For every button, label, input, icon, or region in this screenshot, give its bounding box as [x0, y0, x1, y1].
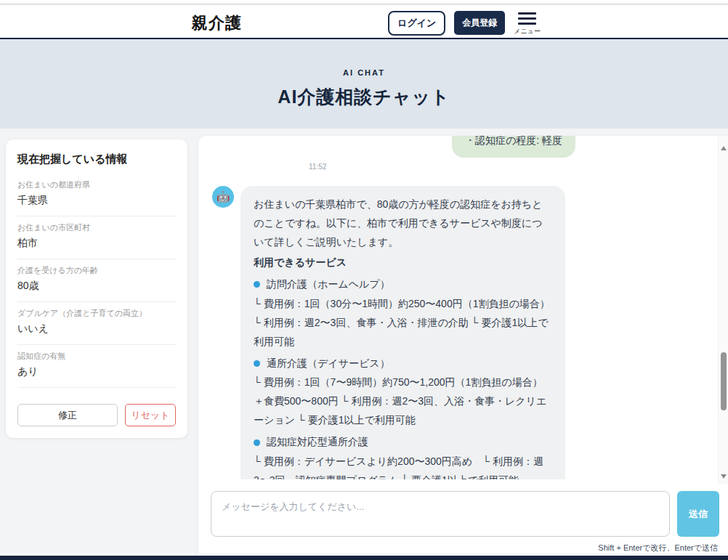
info-item-prefecture: お住まいの都道府県 千葉県	[17, 174, 176, 216]
header-actions: ログイン 会員登録 メニュー	[388, 11, 541, 36]
scrollbar-thumb[interactable]	[721, 352, 727, 410]
service-bullet-icon	[254, 360, 260, 367]
chat-input-row: 送信	[198, 484, 728, 537]
reset-button[interactable]: リセット	[125, 404, 176, 426]
known-info-panel: 現在把握している情報 お住まいの都道府県 千葉県 お住まいの市区町村 柏市 介護…	[6, 139, 187, 438]
bot-section-heading: 利用できるサービス	[254, 253, 552, 272]
chat-messages-viewport[interactable]: ・認知症の程度: 軽度 11:52 🤖 お住まいの千葉県柏市で、80歳の方が軽度…	[198, 136, 728, 484]
service-name: 認知症対応型通所介護	[254, 433, 552, 452]
scroll-down-icon[interactable]	[721, 474, 727, 479]
info-value: 柏市	[17, 237, 176, 250]
service-details: └ 費用例：デイサービスより約200〜300円高め └ 利用例：週2〜3回、認知…	[254, 453, 552, 479]
info-item-age: 介護を受ける方の年齢 80歳	[17, 259, 176, 302]
bot-intro-text: お住まいの千葉県柏市で、80歳の方が軽度の認知症をお持ちとのことですね。以下に、…	[254, 195, 552, 252]
input-hint-text: Shift + Enterで改行、Enterで送信	[198, 543, 718, 553]
service-details: └ 費用例：1回（30分〜1時間）約250〜400円（1割負担の場合） └ 利用…	[254, 295, 552, 352]
info-label: ダブルケア（介護と子育ての両立）	[17, 308, 176, 319]
info-label: 認知症の有無	[17, 351, 176, 362]
info-value: 80歳	[17, 280, 176, 293]
site-header: 親介護 ログイン 会員登録 メニュー	[0, 5, 728, 39]
info-value: いいえ	[17, 322, 176, 336]
service-name-text: 認知症対応型通所介護	[267, 433, 368, 452]
chat-messages: ・認知症の程度: 軽度 11:52 🤖 お住まいの千葉県柏市で、80歳の方が軽度…	[212, 136, 575, 479]
robot-avatar-icon: 🤖	[212, 186, 234, 208]
service-name-text: 通所介護（デイサービス）	[267, 354, 390, 373]
hero-eyebrow: AI CHAT	[0, 68, 728, 77]
chat-panel: ・認知症の程度: 軽度 11:52 🤖 お住まいの千葉県柏市で、80歳の方が軽度…	[198, 136, 728, 553]
message-timestamp: 11:52	[309, 163, 326, 171]
info-label: お住まいの都道府県	[17, 179, 176, 190]
service-details: └ 費用例：1回（7〜9時間）約750〜1,200円（1割負担の場合）＋食費50…	[254, 373, 552, 430]
chat-messages-clip: ・認知症の程度: 軽度 11:52 🤖 お住まいの千葉県柏市で、80歳の方が軽度…	[198, 136, 728, 479]
page-title: AI介護相談チャット	[0, 85, 728, 109]
bot-message: 🤖 お住まいの千葉県柏市で、80歳の方が軽度の認知症をお持ちとのことですね。以下…	[212, 186, 575, 479]
register-button[interactable]: 会員登録	[454, 11, 505, 35]
service-bullet-icon	[254, 281, 260, 288]
service-bullet-icon	[254, 439, 260, 446]
user-message-bubble: ・認知症の程度: 軽度	[452, 136, 575, 158]
hero-banner: AI CHAT AI介護相談チャット	[0, 39, 728, 129]
info-value: あり	[17, 365, 176, 378]
bot-message-bubble: お住まいの千葉県柏市で、80歳の方が軽度の認知症をお持ちとのことですね。以下に、…	[240, 186, 565, 479]
scroll-up-icon[interactable]	[721, 146, 727, 150]
info-item-dementia: 認知症の有無 あり	[17, 345, 176, 388]
edit-button[interactable]: 修正	[17, 404, 118, 426]
hamburger-icon	[518, 12, 536, 25]
service-name-text: 訪問介護（ホームヘルプ）	[267, 275, 390, 294]
send-button[interactable]: 送信	[677, 491, 719, 537]
chat-scrollbar[interactable]	[718, 136, 728, 484]
known-info-title: 現在把握している情報	[17, 153, 176, 166]
sidebar-buttons: 修正 リセット	[17, 404, 176, 426]
message-input[interactable]	[211, 491, 670, 537]
menu-label: メニュー	[514, 27, 541, 36]
login-button[interactable]: ログイン	[388, 11, 445, 36]
menu-button[interactable]: メニュー	[514, 12, 541, 36]
info-value: 千葉県	[17, 194, 176, 207]
info-item-city: お住まいの市区町村 柏市	[17, 216, 176, 259]
service-name: 通所介護（デイサービス）	[254, 354, 552, 373]
info-label: お住まいの市区町村	[17, 222, 176, 233]
info-label: 介護を受ける方の年齢	[17, 265, 176, 276]
info-item-double-care: ダブルケア（介護と子育ての両立） いいえ	[17, 302, 176, 345]
site-logo[interactable]: 親介護	[192, 12, 242, 34]
main-content: 現在把握している情報 お住まいの都道府県 千葉県 お住まいの市区町村 柏市 介護…	[0, 129, 728, 553]
user-message: ・認知症の程度: 軽度 11:52	[212, 136, 575, 171]
service-name: 訪問介護（ホームヘルプ）	[254, 275, 552, 294]
footer-strip	[0, 556, 728, 560]
